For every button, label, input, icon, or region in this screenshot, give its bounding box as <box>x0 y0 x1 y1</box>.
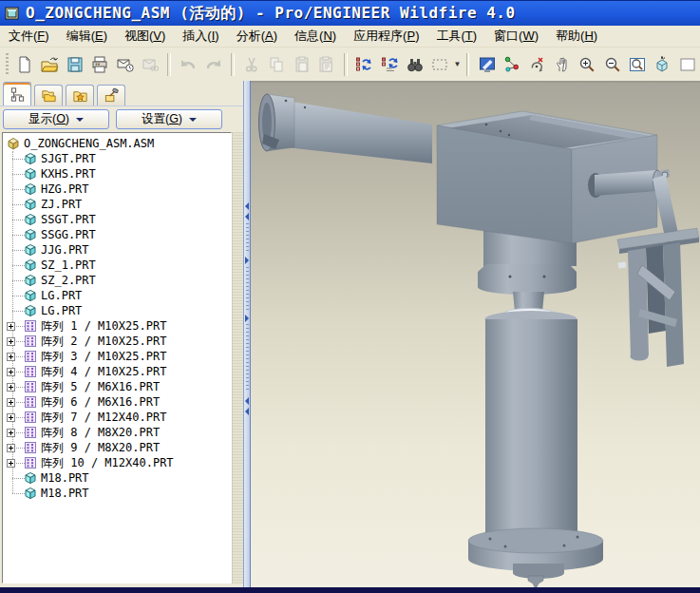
repaint-icon <box>478 55 497 74</box>
tree-item[interactable]: 阵列 2 / M10X25.PRT <box>3 334 231 349</box>
select-box-dropdown-arrow[interactable]: ▼ <box>454 60 462 68</box>
find-button[interactable] <box>404 51 426 77</box>
app-icon[interactable] <box>5 6 20 21</box>
zoom-out-button[interactable] <box>600 51 623 77</box>
sash-collapse-icon[interactable] <box>245 213 249 220</box>
repaint-button[interactable] <box>475 51 498 77</box>
regenerate-button[interactable] <box>353 51 376 77</box>
tree-item-label: 阵列 5 / M6X16.PRT <box>41 379 160 395</box>
tree-item[interactable]: 阵列 3 / M10X25.PRT <box>3 349 231 364</box>
send-email-button[interactable] <box>113 51 136 77</box>
pattern-icon <box>24 456 37 469</box>
menu-item-5[interactable]: 分析(A) <box>228 25 286 48</box>
settings-dropdown-label: 设置(G) <box>142 111 182 127</box>
tree-item[interactable]: 阵列 4 / M10X25.PRT <box>3 364 231 379</box>
navigator-buttons: 显示(O) 设置(G) <box>0 106 243 132</box>
navigator-sash[interactable] <box>243 81 251 587</box>
display-dropdown-label: 显示(O) <box>28 111 69 127</box>
tree-scrollbar[interactable] <box>232 132 243 583</box>
menu-item-4[interactable]: 插入(I) <box>174 25 227 48</box>
tree-item[interactable]: 阵列 1 / M10X25.PRT <box>3 318 231 334</box>
expand-toggle[interactable] <box>7 322 15 331</box>
zoom-in-button[interactable] <box>576 51 598 77</box>
tree-root-item[interactable]: O_ZONGCHENG_ASM.ASM <box>3 136 231 151</box>
tree-item[interactable]: SJGT.PRT <box>3 151 231 166</box>
sash-collapse-icon[interactable] <box>245 397 249 405</box>
tree-item[interactable]: KXHS.PRT <box>3 166 231 182</box>
view-manager-button[interactable] <box>676 51 699 77</box>
spin-center-button[interactable] <box>525 51 548 77</box>
tree-item[interactable]: SZ_2.PRT <box>3 273 231 288</box>
tree-item[interactable]: 阵列 8 / M8X20.PRT <box>3 425 231 440</box>
expand-toggle[interactable] <box>7 429 15 437</box>
tree-item[interactable]: 阵列 10 / M12X40.PRT <box>3 455 231 470</box>
tree-item-label: SZ_1.PRT <box>41 258 96 272</box>
part-icon <box>24 487 37 500</box>
sash-collapse-icon[interactable] <box>245 202 249 210</box>
tab-folder-browser[interactable] <box>34 85 63 105</box>
tree-item[interactable]: SSGG.PRT <box>3 227 231 242</box>
tree-item-label: 阵列 4 / M10X25.PRT <box>41 364 166 380</box>
tree-item[interactable]: 阵列 6 / M6X16.PRT <box>3 394 231 410</box>
tree-item[interactable]: JJG.PRT <box>3 242 231 258</box>
expand-toggle[interactable] <box>7 337 15 346</box>
tree-item[interactable]: LG.PRT <box>3 288 231 303</box>
tree-item[interactable]: LG.PRT <box>3 303 231 318</box>
refit-button[interactable] <box>626 51 649 77</box>
expand-toggle[interactable] <box>7 398 15 407</box>
paste-special-button <box>315 51 338 77</box>
print-button[interactable] <box>88 51 111 77</box>
open-file-button[interactable] <box>38 51 61 77</box>
expand-toggle[interactable] <box>7 368 15 376</box>
sash-expand-icon[interactable] <box>245 315 249 322</box>
settings-dropdown-button[interactable]: 设置(G) <box>116 109 222 129</box>
toolbar-separator <box>167 53 171 76</box>
menu-item-1[interactable]: 文件(F) <box>0 25 58 48</box>
tree-item[interactable]: 阵列 7 / M12X40.PRT <box>3 410 231 425</box>
saved-views-button[interactable] <box>651 51 673 77</box>
expand-toggle[interactable] <box>7 413 15 422</box>
save-button[interactable] <box>64 51 86 77</box>
paste-special-icon <box>317 55 336 74</box>
part-icon <box>24 152 37 165</box>
tree-item[interactable]: 阵列 9 / M8X20.PRT <box>3 440 231 455</box>
3d-viewport[interactable] <box>251 81 700 587</box>
tree-item[interactable]: M18.PRT <box>3 470 231 486</box>
new-file-button[interactable] <box>13 51 36 77</box>
menu-item-10[interactable]: 帮助(H) <box>547 25 606 48</box>
menu-item-8[interactable]: 工具(T) <box>427 25 485 48</box>
tree-item[interactable]: 阵列 5 / M6X16.PRT <box>3 379 231 394</box>
part-icon <box>24 274 37 287</box>
pattern-icon <box>24 441 37 454</box>
expand-toggle[interactable] <box>7 444 15 452</box>
print-icon <box>90 55 109 74</box>
toolbar-drag-handle[interactable] <box>6 53 9 76</box>
tree-item[interactable]: SSGT.PRT <box>3 212 231 227</box>
menu-item-6[interactable]: 信息(N) <box>286 25 345 48</box>
part-icon <box>24 182 37 196</box>
select-box-button[interactable] <box>428 51 451 77</box>
menu-item-2[interactable]: 编辑(E) <box>58 25 116 48</box>
folder-browser-icon <box>41 87 57 104</box>
menu-item-9[interactable]: 窗口(W) <box>485 25 547 48</box>
regenerate-custom-button[interactable] <box>378 51 401 77</box>
expand-toggle[interactable] <box>7 353 15 361</box>
sash-expand-icon[interactable] <box>245 257 249 264</box>
tree-item[interactable]: ZJ.PRT <box>3 197 231 212</box>
tree-item[interactable]: M18.PRT <box>3 486 231 501</box>
tree-item[interactable]: SZ_1.PRT <box>3 258 231 273</box>
pan-button[interactable] <box>551 51 574 77</box>
toolbar-separator <box>466 53 470 76</box>
tab-history[interactable] <box>97 85 125 105</box>
tab-favorites[interactable] <box>66 85 94 105</box>
tree-item-label: SJGT.PRT <box>41 152 96 165</box>
tree-item[interactable]: HZG.PRT <box>3 182 231 197</box>
menu-item-3[interactable]: 视图(V) <box>116 25 174 48</box>
expand-toggle[interactable] <box>7 459 15 468</box>
tab-model-tree[interactable] <box>3 82 31 105</box>
display-dropdown-button[interactable]: 显示(O) <box>3 109 109 129</box>
orient-mode-button[interactable] <box>501 51 523 77</box>
expand-toggle[interactable] <box>7 383 15 392</box>
sash-collapse-icon[interactable] <box>245 408 249 415</box>
menu-item-7[interactable]: 应用程序(P) <box>345 25 427 48</box>
